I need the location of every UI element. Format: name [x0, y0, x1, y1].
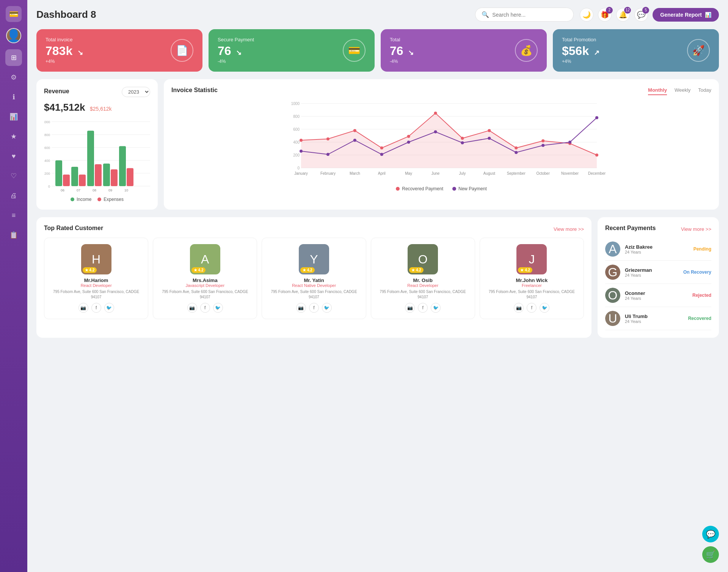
generate-report-button[interactable]: Generate Report 📊	[653, 8, 719, 22]
stat-card-invoice[interactable]: Total invoice 783k ↘ +4% 📄	[36, 29, 202, 72]
invoice-card: Invoice Statistic Monthly Weekly Today 1…	[164, 79, 719, 210]
year-select[interactable]: 202320222021	[122, 87, 150, 97]
payments-view-more[interactable]: View more >>	[681, 226, 711, 232]
svg-text:09: 09	[108, 188, 112, 192]
customer-address: 795 Folsom Ave, Suite 600 San Francisco,…	[485, 289, 579, 300]
bell-badge: 12	[624, 7, 631, 14]
svg-text:400: 400	[293, 140, 300, 144]
svg-text:July: July	[459, 171, 466, 176]
bell-button[interactable]: 🔔 12	[616, 8, 630, 22]
svg-text:07: 07	[77, 188, 80, 192]
sidebar-item-analytics[interactable]: 📊	[5, 108, 22, 125]
twitter-icon[interactable]: 🐦	[540, 303, 549, 313]
svg-text:June: June	[431, 171, 440, 176]
payment-avatar: U	[605, 311, 620, 326]
facebook-icon[interactable]: f	[200, 303, 210, 313]
social-icons: 📷 f 🐦	[485, 303, 579, 313]
recent-payments-card: Recent Payments View more >> A Aziz Bakr…	[598, 217, 719, 338]
sidebar-item-dashboard[interactable]: ⊞	[5, 49, 22, 66]
sidebar-item-menu[interactable]: ≡	[5, 207, 22, 224]
twitter-icon[interactable]: 🐦	[322, 303, 332, 313]
svg-point-62	[595, 116, 598, 119]
tab-monthly[interactable]: Monthly	[648, 87, 667, 95]
stat-change-promotion: +4%	[562, 59, 599, 64]
stat-value-secure: 76 ↘	[218, 44, 254, 58]
sidebar-logo[interactable]: 💳	[6, 6, 22, 22]
sidebar-item-info[interactable]: ℹ	[5, 89, 22, 105]
svg-rect-24	[119, 146, 126, 186]
svg-point-55	[407, 141, 410, 144]
sidebar-item-likes[interactable]: ♥	[5, 148, 22, 165]
facebook-icon[interactable]: f	[91, 303, 101, 313]
instagram-icon[interactable]: 📷	[187, 303, 197, 313]
svg-rect-13	[63, 174, 70, 186]
svg-rect-18	[87, 131, 94, 186]
facebook-icon[interactable]: f	[418, 303, 428, 313]
stat-label-total: Total	[390, 37, 414, 42]
svg-text:1000: 1000	[291, 102, 300, 106]
gift-button[interactable]: 🎁 2	[598, 8, 612, 22]
line-chart-area: 10008006004002000JanuaryFebruaryMarchApr…	[171, 100, 711, 183]
theme-toggle-button[interactable]: 🌙	[580, 8, 593, 22]
facebook-icon[interactable]: f	[527, 303, 537, 313]
facebook-icon[interactable]: f	[309, 303, 319, 313]
sidebar-item-reports[interactable]: 📋	[5, 227, 22, 243]
expenses-dot	[97, 197, 101, 201]
customer-avatar: A ★ 4.2	[190, 244, 220, 274]
svg-text:0: 0	[48, 185, 50, 188]
instagram-icon[interactable]: 📷	[514, 303, 524, 313]
svg-text:10: 10	[124, 188, 128, 192]
stat-card-total[interactable]: Total 76 ↘ -4% 💰	[381, 29, 547, 72]
svg-point-56	[434, 130, 437, 133]
svg-point-45	[461, 137, 464, 140]
stat-icon-total: 💰	[515, 39, 538, 62]
payment-name: Oconner	[625, 290, 688, 296]
svg-point-60	[541, 144, 544, 147]
stat-card-promotion[interactable]: Total Promotion $56k ↗ +4% 🚀	[553, 29, 719, 72]
payment-item: A Aziz Bakree 24 Years Pending	[605, 238, 711, 261]
sidebar-item-wishlist[interactable]: ♡	[5, 168, 22, 184]
svg-point-40	[326, 138, 329, 141]
support-button[interactable]: 💬	[702, 526, 719, 542]
avatar[interactable]: 👤	[6, 28, 21, 43]
svg-rect-16	[79, 174, 86, 186]
svg-point-41	[353, 129, 356, 132]
customer-avatar: O ★ 4.2	[408, 244, 438, 274]
stat-icon-secure: 💳	[343, 39, 366, 62]
svg-text:January: January	[294, 171, 308, 176]
sidebar-item-print[interactable]: 🖨	[5, 187, 22, 204]
instagram-icon[interactable]: 📷	[405, 303, 415, 313]
tab-weekly[interactable]: Weekly	[675, 87, 690, 95]
search-icon: 🔍	[482, 11, 489, 18]
svg-text:February: February	[320, 171, 336, 176]
svg-text:200: 200	[44, 172, 50, 176]
header-icons: 🌙 🎁 2 🔔 12 💬 5 Generate Report 📊	[580, 8, 719, 22]
sidebar-item-favorites[interactable]: ★	[5, 128, 22, 145]
sidebar-item-settings[interactable]: ⚙	[5, 69, 22, 86]
svg-text:November: November	[561, 171, 579, 176]
tab-today[interactable]: Today	[698, 87, 711, 95]
payments-header: Recent Payments View more >>	[605, 225, 711, 233]
twitter-icon[interactable]: 🐦	[213, 303, 223, 313]
svg-text:06: 06	[61, 188, 64, 192]
stat-trend-secure: ↘	[236, 49, 242, 56]
twitter-icon[interactable]: 🐦	[104, 303, 114, 313]
cart-button[interactable]: 🛒	[702, 546, 719, 563]
stat-trend-total: ↘	[408, 49, 414, 56]
bottom-row: Top Rated Customer View more >> H ★ 4.2 …	[36, 217, 719, 338]
search-box: 🔍	[475, 8, 574, 22]
payment-info: Aziz Bakree 24 Years	[625, 244, 689, 254]
instagram-icon[interactable]: 📷	[296, 303, 306, 313]
instagram-icon[interactable]: 📷	[78, 303, 88, 313]
chat-button[interactable]: 💬 5	[634, 8, 648, 22]
stat-card-secure[interactable]: Secure Payment 76 ↘ -4% 💳	[209, 29, 375, 72]
stat-icon-invoice: 📄	[171, 39, 193, 62]
customers-view-more[interactable]: View more >>	[554, 226, 584, 232]
payment-age: 24 Years	[625, 250, 689, 254]
search-input[interactable]	[492, 12, 567, 18]
svg-point-46	[488, 129, 491, 132]
payment-status: Recovered	[688, 316, 711, 321]
svg-rect-22	[111, 169, 118, 186]
customer-card: H ★ 4.2 Mr.Hariom React Developer 795 Fo…	[44, 238, 148, 319]
twitter-icon[interactable]: 🐦	[431, 303, 441, 313]
